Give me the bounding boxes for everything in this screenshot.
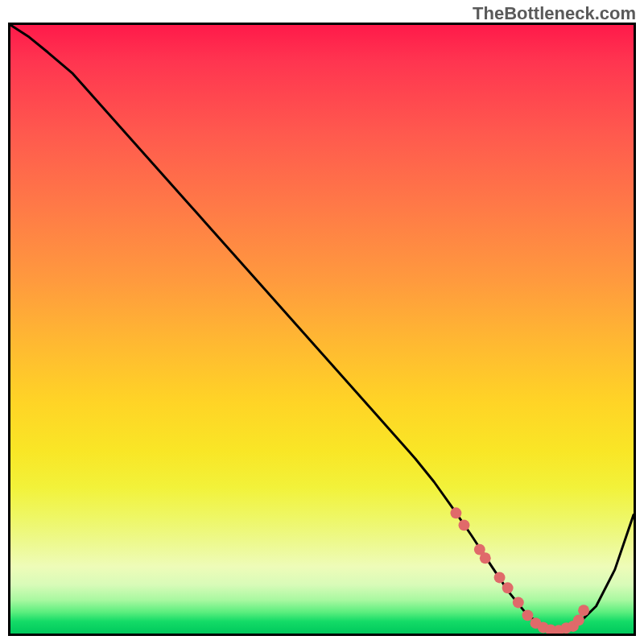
- svg-point-0: [450, 507, 461, 518]
- svg-point-6: [513, 597, 524, 609]
- svg-point-7: [522, 609, 533, 621]
- curve-line: [10, 25, 634, 630]
- plot-frame: [8, 23, 636, 636]
- svg-point-5: [502, 582, 514, 593]
- svg-point-4: [494, 572, 506, 584]
- svg-point-1: [459, 519, 470, 530]
- svg-point-14: [573, 614, 584, 625]
- marker-dots: [450, 507, 589, 634]
- svg-point-3: [480, 552, 491, 564]
- svg-point-15: [578, 605, 589, 616]
- chart-container: TheBottleneck.com: [0, 0, 644, 644]
- watermark-text: TheBottleneck.com: [473, 3, 636, 24]
- chart-svg: [10, 25, 634, 634]
